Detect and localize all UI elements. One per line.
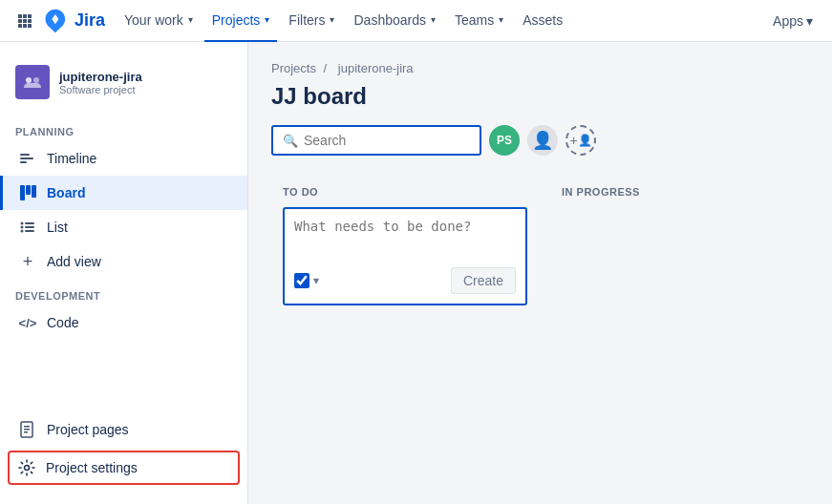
sidebar-item-label: List [47,220,68,235]
board-area: TO DO ▾ Create IN PROGRESS [271,175,809,317]
svg-rect-5 [28,19,32,23]
list-icon [18,218,37,237]
page-title: JJ board [271,83,809,110]
todo-column-header: TO DO [283,186,527,198]
nav-teams[interactable]: Teams ▾ [447,0,511,42]
nav-logo[interactable]: Jira [42,8,105,34]
person-icon: 👤 [578,134,592,147]
svg-rect-21 [25,226,34,228]
chevron-down-icon: ▾ [499,14,503,25]
card-checkbox[interactable] [294,273,309,288]
chevron-down-icon: ▾ [188,14,193,25]
logo-text: Jira [75,10,105,31]
svg-rect-25 [24,426,30,428]
nav-apps[interactable]: Apps ▾ [765,0,821,42]
sidebar-item-project-pages[interactable]: Project pages [0,412,247,447]
search-box[interactable]: 🔍 [271,125,481,156]
card-checkbox-group: ▾ [294,273,319,288]
sidebar-item-label: Board [47,185,85,200]
avatar-ps[interactable]: PS [489,125,520,156]
svg-rect-16 [26,185,31,195]
sidebar-project-info: jupiterone-jira Software project [59,70,142,95]
card-text-input[interactable] [294,219,516,257]
user-icon: 👤 [532,130,553,151]
sidebar-item-code[interactable]: </> Code [0,305,247,340]
sidebar-project-avatar [15,65,50,99]
breadcrumb: Projects / jupiterone-jira [271,61,809,75]
svg-rect-23 [25,230,34,232]
svg-point-18 [21,222,24,225]
svg-point-20 [21,226,24,229]
sidebar-item-timeline[interactable]: Timeline [0,141,247,176]
chevron-down-icon: ▾ [431,14,436,25]
svg-point-11 [33,77,39,83]
sidebar-item-list[interactable]: List [0,210,247,244]
breadcrumb-separator: / [324,61,331,75]
inprogress-column-header: IN PROGRESS [562,186,730,198]
svg-rect-19 [25,222,34,224]
nav-projects[interactable]: Projects ▾ [204,0,278,42]
sidebar-item-label: Project settings [46,460,138,475]
nav-dashboards[interactable]: Dashboards ▾ [346,0,443,42]
add-member-button[interactable]: + 👤 [565,125,596,156]
project-name: jupiterone-jira [59,70,142,84]
settings-icon [17,458,36,477]
grid-icon[interactable] [11,8,38,34]
nav-assets[interactable]: Assets [515,0,570,42]
app-body: jupiterone-jira Software project PLANNIN… [0,42,832,504]
svg-point-22 [21,230,24,233]
svg-rect-6 [18,24,22,28]
svg-rect-17 [32,185,36,198]
svg-rect-9 [21,71,44,94]
timeline-icon [18,149,37,168]
chevron-down-icon[interactable]: ▾ [313,274,319,287]
board-icon [18,183,37,202]
add-icon: + [18,252,37,271]
svg-rect-13 [20,158,33,159]
svg-rect-3 [18,19,22,23]
svg-rect-2 [28,14,32,18]
sidebar-item-project-settings[interactable]: Project settings [8,451,240,485]
svg-point-10 [26,77,32,83]
code-icon: </> [18,313,37,332]
svg-rect-26 [24,429,30,430]
svg-rect-14 [20,161,27,163]
svg-rect-12 [20,154,30,156]
toolbar: 🔍 PS 👤 + 👤 [271,125,809,156]
svg-rect-15 [20,185,25,200]
sidebar: jupiterone-jira Software project PLANNIN… [0,42,248,504]
sidebar-item-label: Code [47,315,78,330]
search-input[interactable] [304,133,470,148]
svg-rect-7 [23,24,27,28]
planning-label: PLANNING [0,115,247,141]
svg-rect-0 [18,14,22,18]
breadcrumb-current: jupiterone-jira [338,61,414,75]
pages-icon [18,420,37,439]
inprogress-column: IN PROGRESS [550,175,741,317]
nav-your-work[interactable]: Your work ▾ [117,0,201,42]
create-button[interactable]: Create [451,267,516,294]
sidebar-item-board[interactable]: Board [0,176,247,210]
svg-rect-4 [23,19,27,23]
sidebar-project-header[interactable]: jupiterone-jira Software project [0,57,247,115]
add-member-icon: + [569,133,577,148]
project-type: Software project [59,84,142,95]
top-nav: Jira Your work ▾ Projects ▾ Filters ▾ Da… [0,0,832,42]
avatar-user[interactable]: 👤 [527,125,558,156]
nav-filters[interactable]: Filters ▾ [281,0,342,42]
svg-rect-27 [24,431,28,433]
sidebar-item-label: Timeline [47,151,96,166]
chevron-down-icon: ▾ [330,14,334,25]
chevron-down-icon: ▾ [806,13,813,29]
sidebar-item-label: Add view [47,254,101,269]
search-icon: 🔍 [283,134,298,148]
todo-card-input: ▾ Create [283,207,527,305]
breadcrumb-projects[interactable]: Projects [271,61,316,75]
svg-point-28 [25,466,30,471]
card-footer: ▾ Create [294,267,516,294]
sidebar-item-add-view[interactable]: + Add view [0,244,247,279]
sidebar-item-label: Project pages [47,422,129,437]
chevron-down-icon: ▾ [265,14,269,25]
development-label: DEVELOPMENT [0,279,247,305]
svg-rect-1 [23,14,27,18]
